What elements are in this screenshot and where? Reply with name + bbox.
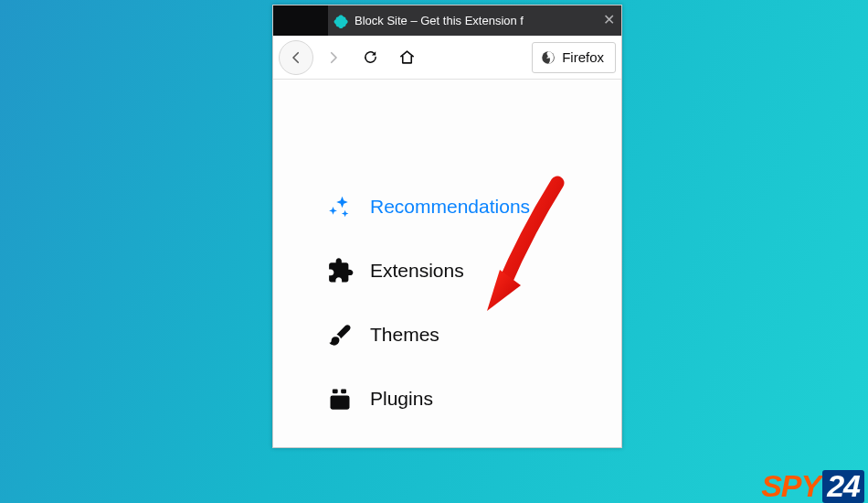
nav-toolbar: Firefox xyxy=(273,36,621,80)
tab-active[interactable]: Block Site – Get this Extension f ✕ xyxy=(328,5,621,36)
blocksite-favicon-icon xyxy=(333,14,348,28)
svg-rect-3 xyxy=(341,390,346,394)
svg-rect-2 xyxy=(333,390,338,394)
sidebar-item-label: Recommendations xyxy=(370,196,530,218)
browser-window: Block Site – Get this Extension f ✕ Fire… xyxy=(272,5,622,448)
plugin-icon xyxy=(326,385,354,412)
watermark-logo: SPY24 xyxy=(761,470,864,503)
firefox-label: Firefox xyxy=(562,49,604,65)
forward-button[interactable] xyxy=(317,41,350,74)
sparkle-icon xyxy=(326,193,354,220)
tab-close-icon[interactable]: ✕ xyxy=(601,14,616,28)
back-button[interactable] xyxy=(279,40,313,75)
sidebar-item-recommendations[interactable]: Recommendations xyxy=(326,175,621,239)
svg-rect-1 xyxy=(331,396,350,410)
addons-sidebar: Recommendations Extensions Themes xyxy=(273,80,621,447)
reload-button[interactable] xyxy=(354,41,386,74)
tab-strip: Block Site – Get this Extension f ✕ xyxy=(273,5,621,36)
sidebar-item-label: Extensions xyxy=(370,260,464,282)
paintbrush-icon xyxy=(326,321,354,348)
firefox-account-button[interactable]: Firefox xyxy=(532,42,616,73)
watermark-part1: SPY xyxy=(761,470,820,501)
firefox-logo-icon xyxy=(540,49,556,66)
home-button[interactable] xyxy=(390,41,423,74)
sidebar-item-label: Plugins xyxy=(370,388,433,410)
sidebar-item-plugins[interactable]: Plugins xyxy=(326,367,621,431)
puzzle-icon xyxy=(326,257,354,284)
tabstrip-spacer xyxy=(273,5,328,36)
tab-title: Block Site – Get this Extension f xyxy=(355,14,595,27)
sidebar-item-label: Themes xyxy=(370,324,439,346)
watermark-part2: 24 xyxy=(822,470,864,503)
sidebar-item-themes[interactable]: Themes xyxy=(326,303,621,367)
sidebar-item-extensions[interactable]: Extensions xyxy=(326,239,621,303)
